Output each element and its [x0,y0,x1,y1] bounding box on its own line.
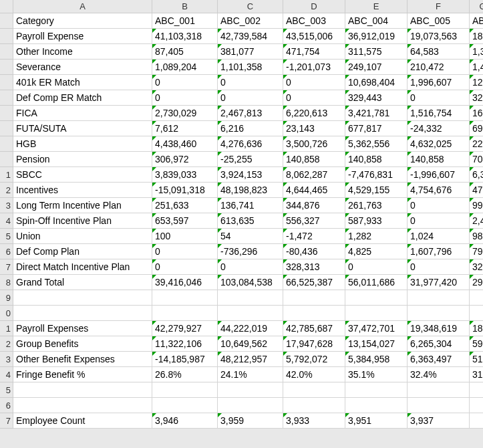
value-cell[interactable]: 613,635 [218,213,283,229]
value-cell[interactable]: 17,947,628 [283,336,345,352]
value-cell[interactable]: 4,438,460 [152,136,218,152]
value-cell[interactable]: 0 [283,90,345,106]
value-cell[interactable]: 39,416,046 [152,275,218,290]
value-cell[interactable]: 42.0% [283,367,345,382]
value-cell[interactable]: -25,255 [218,152,283,167]
value-cell[interactable]: 471,754 [283,44,345,60]
value-cell[interactable]: 42,785,687 [283,321,345,336]
value-cell[interactable]: 32.4% [408,367,470,382]
value-cell[interactable]: 26.8% [152,367,218,382]
value-cell[interactable]: 1,449 [470,60,483,75]
category-cell[interactable]: Pension [13,152,152,167]
value-cell[interactable]: 0 [152,244,218,259]
value-cell[interactable]: 1,024 [408,229,470,244]
row-header[interactable]: 2 [0,183,13,198]
value-cell[interactable] [283,290,345,306]
value-cell[interactable]: 48,212,957 [218,352,283,367]
value-cell[interactable]: 587,933 [345,213,408,229]
value-cell[interactable] [283,382,345,398]
row-header[interactable] [0,136,13,152]
value-cell[interactable]: 0 [218,75,283,90]
value-cell[interactable]: 2,730,029 [152,106,218,121]
category-cell[interactable]: Group Benefits [13,336,152,352]
value-cell[interactable] [218,306,283,321]
category-cell[interactable]: Payroll Expense [13,29,152,44]
category-cell[interactable]: 401k ER Match [13,75,152,90]
value-cell[interactable]: 3,937 [408,413,470,429]
column-header-d[interactable]: D [283,0,345,13]
value-cell[interactable]: 19,073,563 [408,29,470,44]
row-header[interactable]: 5 [0,229,13,244]
value-cell[interactable] [218,382,283,398]
row-header[interactable]: 0 [0,306,13,321]
value-cell[interactable]: 0 [408,198,470,213]
value-cell[interactable]: 37,472,701 [345,321,408,336]
value-cell[interactable]: 3,933 [283,413,345,429]
category-cell[interactable]: FUTA/SUTA [13,121,152,136]
row-header[interactable]: 9 [0,290,13,306]
category-cell[interactable] [13,290,152,306]
value-cell[interactable]: -14,185,987 [152,352,218,367]
row-header[interactable]: 1 [0,167,13,183]
row-header[interactable]: 5 [0,382,13,398]
value-cell[interactable] [283,398,345,413]
value-cell[interactable]: -1,201,073 [283,60,345,75]
category-cell[interactable]: Grand Total [13,275,152,290]
value-cell[interactable]: 0 [152,75,218,90]
value-cell[interactable]: 6,363,497 [408,352,470,367]
value-cell[interactable]: 677,817 [345,121,408,136]
value-cell[interactable]: 4,632,025 [408,136,470,152]
value-cell[interactable] [470,306,483,321]
value-cell[interactable]: 344,876 [283,198,345,213]
value-cell[interactable]: 5,384,958 [345,352,408,367]
category-cell[interactable]: FICA [13,106,152,121]
value-cell[interactable] [470,398,483,413]
value-cell[interactable]: 186,1 [470,321,483,336]
value-cell[interactable]: 48,198,823 [218,183,283,198]
header-category[interactable]: Category [13,13,152,29]
value-cell[interactable] [470,290,483,306]
value-cell[interactable]: 100 [152,229,218,244]
value-cell[interactable]: 1,316 [470,44,483,60]
category-cell[interactable]: Other Benefit Expenses [13,352,152,367]
category-cell[interactable]: Union [13,229,152,244]
value-cell[interactable]: 3,421,781 [345,106,408,121]
row-header[interactable]: 7 [0,413,13,429]
value-cell[interactable]: 210,472 [408,60,470,75]
value-cell[interactable]: 328,313 [283,259,345,275]
value-cell[interactable]: 64,583 [408,44,470,60]
select-all-corner[interactable] [0,0,13,13]
value-cell[interactable] [408,398,470,413]
value-cell[interactable]: 87,405 [152,44,218,60]
row-header[interactable]: 3 [0,352,13,367]
category-cell[interactable]: Spin-Off Incentive Plan [13,213,152,229]
value-cell[interactable]: 6,216 [218,121,283,136]
value-cell[interactable]: -15,091,318 [152,183,218,198]
row-header[interactable]: 4 [0,213,13,229]
value-cell[interactable]: -7,476,831 [345,167,408,183]
value-cell[interactable] [345,306,408,321]
value-cell[interactable]: 7,612 [152,121,218,136]
category-cell[interactable]: SBCC [13,167,152,183]
value-cell[interactable]: 0 [152,90,218,106]
value-cell[interactable]: 56,011,686 [345,275,408,290]
header-col[interactable]: ABC_001 [152,13,218,29]
value-cell[interactable]: 306,972 [152,152,218,167]
value-cell[interactable]: 690,4 [470,121,483,136]
row-header[interactable] [0,60,13,75]
value-cell[interactable]: 183,3 [470,29,483,44]
value-cell[interactable] [218,290,283,306]
value-cell[interactable]: 0 [218,259,283,275]
value-cell[interactable] [152,398,218,413]
value-cell[interactable]: 0 [345,259,408,275]
category-cell[interactable]: Incentives [13,183,152,198]
category-cell[interactable]: Fringe Benefit % [13,367,152,382]
row-header[interactable] [0,44,13,60]
value-cell[interactable]: 1,996,607 [408,75,470,90]
value-cell[interactable]: 3,500,726 [283,136,345,152]
value-cell[interactable]: 995,0 [470,198,483,213]
value-cell[interactable]: 0 [408,90,470,106]
value-cell[interactable]: -80,436 [283,244,345,259]
value-cell[interactable]: 31.9% [470,367,483,382]
value-cell[interactable]: 0 [218,90,283,106]
